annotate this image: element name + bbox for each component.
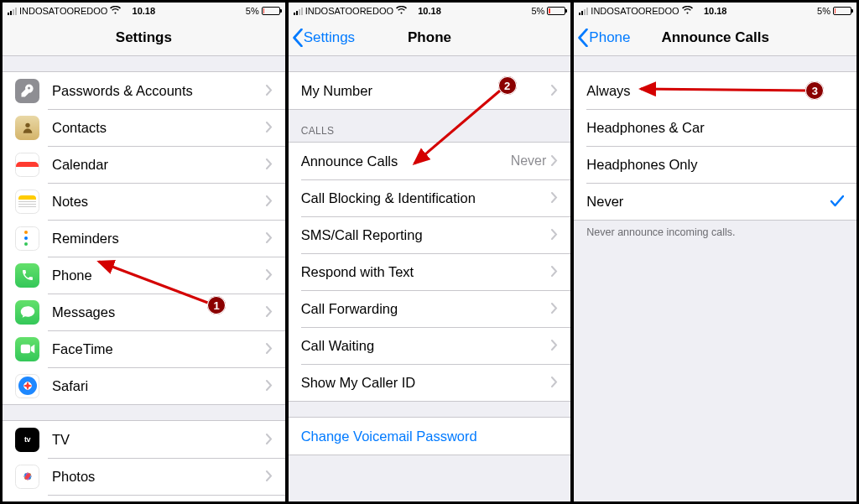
chevron-right-icon [551, 264, 558, 280]
row-label: Messages [52, 304, 266, 320]
row-label: Call Forwarding [301, 301, 552, 317]
option-headphones-only[interactable]: Headphones Only [574, 146, 856, 183]
contacts-icon [15, 116, 39, 140]
row-call-blocking[interactable]: Call Blocking & Identification [289, 179, 571, 216]
phone-icon [15, 263, 39, 288]
pane-announce-calls: INDOSATOOREDOO 10.18 5% Phone Announce C… [573, 2, 857, 502]
option-label: Headphones Only [586, 157, 844, 173]
back-button[interactable]: Phone [574, 29, 630, 47]
safari-icon [15, 374, 39, 398]
chevron-right-icon [266, 194, 273, 210]
row-value: Never [511, 153, 547, 169]
back-button[interactable]: Settings [289, 29, 355, 47]
row-label: SMS/Call Reporting [301, 227, 552, 243]
group-header-calls: CALLS [289, 110, 571, 142]
row-announce-calls[interactable]: Announce Calls Never [289, 143, 571, 179]
clock: 10.18 [3, 6, 285, 16]
group-footer: Never announce incoming calls. [574, 221, 856, 238]
status-bar: INDOSATOOREDOO 10.18 5% [289, 3, 571, 19]
row-contacts[interactable]: Contacts [3, 109, 285, 146]
nav-bar: Phone Announce Calls [574, 19, 856, 56]
option-label: Never [586, 194, 830, 210]
row-label: Phone [52, 268, 266, 283]
row-notes[interactable]: Notes [3, 183, 285, 220]
row-label: Passwords & Accounts [52, 83, 266, 99]
row-label: Calendar [52, 157, 266, 173]
chevron-right-icon [551, 153, 558, 169]
row-safari[interactable]: Safari [3, 367, 285, 404]
row-show-my-caller-id[interactable]: Show My Caller ID [289, 364, 571, 401]
row-label: Photos [52, 469, 266, 485]
row-label: Reminders [52, 231, 266, 247]
row-passwords-accounts[interactable]: Passwords & Accounts [3, 72, 285, 109]
nav-bar: Settings Phone [289, 19, 571, 56]
facetime-icon [15, 337, 39, 361]
camera-icon [15, 501, 39, 502]
back-label: Settings [304, 29, 355, 46]
row-label: Change Voicemail Password [301, 429, 559, 444]
row-label: Notes [52, 194, 266, 210]
option-label: Always [586, 83, 844, 99]
chevron-right-icon [551, 375, 558, 391]
row-facetime[interactable]: FaceTime [3, 330, 285, 367]
option-never[interactable]: Never [574, 183, 856, 220]
chevron-right-icon [266, 304, 273, 320]
status-bar: INDOSATOOREDOO 10.18 5% [574, 3, 856, 19]
clock: 10.18 [289, 6, 571, 16]
back-label: Phone [589, 29, 630, 46]
status-bar: INDOSATOOREDOO 10.18 5% [3, 3, 285, 19]
chevron-right-icon [266, 378, 273, 394]
chevron-right-icon [551, 83, 558, 99]
chevron-right-icon [551, 227, 558, 243]
page-title: Settings [3, 29, 285, 46]
chevron-right-icon [551, 190, 558, 206]
row-respond-with-text[interactable]: Respond with Text [289, 253, 571, 290]
row-tv[interactable]: tv TV [3, 421, 285, 458]
row-calendar[interactable]: Calendar [3, 146, 285, 183]
pane-settings: INDOSATOOREDOO 10.18 5% Settings Passwor… [2, 2, 286, 502]
checkmark-icon [830, 192, 844, 211]
row-label: TV [52, 432, 266, 448]
option-always[interactable]: Always [574, 72, 856, 109]
calendar-icon [15, 153, 39, 177]
row-reminders[interactable]: Reminders [3, 220, 285, 257]
tv-icon: tv [15, 428, 39, 452]
row-messages[interactable]: Messages [3, 294, 285, 330]
battery-icon [262, 7, 280, 15]
messages-icon [15, 300, 39, 325]
row-call-forwarding[interactable]: Call Forwarding [289, 290, 571, 327]
row-label: Respond with Text [301, 264, 552, 280]
row-my-number[interactable]: My Number [289, 72, 571, 109]
notes-icon [15, 190, 39, 214]
row-label: Call Waiting [301, 338, 552, 354]
battery-icon [547, 7, 565, 15]
row-sms-call-reporting[interactable]: SMS/Call Reporting [289, 216, 571, 253]
key-icon [15, 79, 39, 103]
chevron-right-icon [266, 157, 273, 173]
row-camera[interactable]: Camera [3, 495, 285, 501]
battery-icon [833, 7, 851, 15]
option-label: Headphones & Car [586, 120, 844, 136]
row-label: Announce Calls [301, 153, 511, 169]
chevron-right-icon [551, 338, 558, 354]
clock: 10.18 [574, 6, 856, 16]
svg-rect-1 [20, 345, 29, 354]
row-label: Show My Caller ID [301, 375, 552, 391]
row-label: My Number [301, 83, 552, 99]
row-label: Call Blocking & Identification [301, 190, 552, 206]
row-change-voicemail-password[interactable]: Change Voicemail Password [289, 418, 571, 455]
chevron-right-icon [266, 432, 273, 448]
chevron-right-icon [266, 120, 273, 136]
chevron-right-icon [266, 469, 273, 485]
chevron-right-icon [266, 231, 273, 247]
row-phone[interactable]: Phone [3, 257, 285, 294]
chevron-right-icon [266, 341, 273, 357]
row-photos[interactable]: Photos [3, 458, 285, 495]
row-label: Safari [52, 378, 266, 394]
photos-icon [15, 465, 39, 489]
svg-point-0 [25, 123, 29, 127]
row-label: Contacts [52, 120, 266, 136]
row-call-waiting[interactable]: Call Waiting [289, 327, 571, 364]
chevron-right-icon [266, 268, 273, 283]
option-headphones-car[interactable]: Headphones & Car [574, 109, 856, 146]
